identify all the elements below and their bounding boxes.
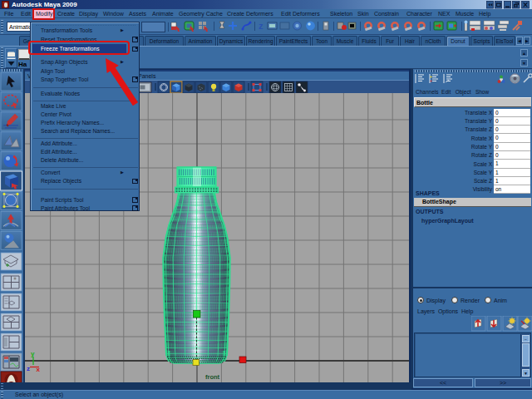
svg-text:front: front bbox=[205, 373, 220, 381]
svg-text:z: z bbox=[27, 365, 30, 372]
svg-text:y: y bbox=[31, 350, 35, 357]
svg-text:z: z bbox=[259, 21, 264, 31]
